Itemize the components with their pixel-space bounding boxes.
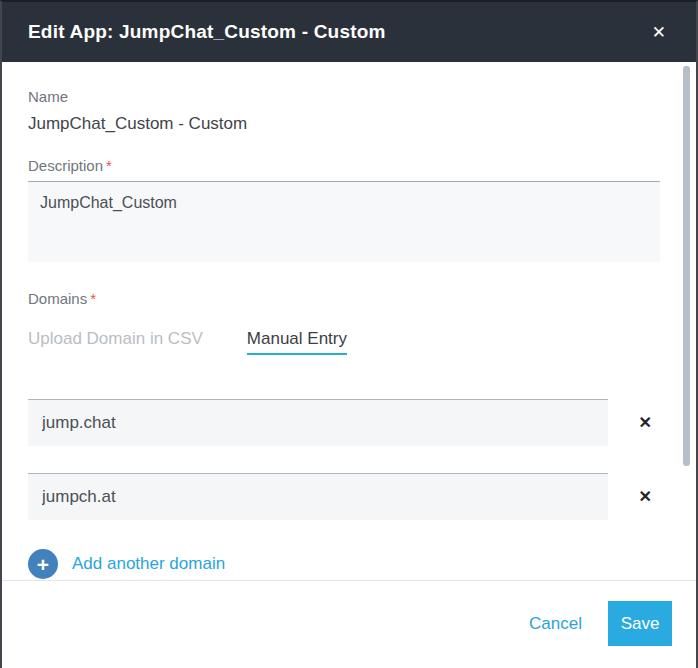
domain-input-1[interactable] [28,399,608,446]
domains-tabs: Upload Domain in CSV Manual Entry [28,329,660,355]
save-button[interactable]: Save [608,601,672,646]
remove-domain-icon[interactable]: ✕ [637,487,654,507]
description-field-group: Description* JumpChat_Custom [28,157,660,262]
edit-app-modal: Edit App: JumpChat_Custom - Custom ✕ Nam… [0,0,698,668]
plus-icon: + [28,549,58,579]
scrollbar[interactable] [683,66,690,466]
modal-body: Name JumpChat_Custom - Custom Descriptio… [2,62,696,579]
description-label: Description [28,157,103,174]
name-label: Name [28,88,660,105]
add-another-domain-button[interactable]: + Add another domain [28,549,660,579]
domain-input-2[interactable] [28,473,608,520]
required-asterisk: * [106,157,112,174]
description-input[interactable]: JumpChat_Custom [28,181,660,262]
tab-upload-domain-csv[interactable]: Upload Domain in CSV [28,329,203,355]
description-label-row: Description* [28,157,660,175]
cancel-button[interactable]: Cancel [529,614,582,634]
domain-row: ✕ [28,473,660,520]
required-asterisk: * [90,290,96,307]
domains-label-row: Domains* [28,290,660,308]
name-value: JumpChat_Custom - Custom [28,114,660,134]
modal-header: Edit App: JumpChat_Custom - Custom ✕ [2,2,696,62]
domains-field-group: Domains* Upload Domain in CSV Manual Ent… [28,290,660,579]
domains-label: Domains [28,290,87,307]
add-another-domain-label: Add another domain [72,554,225,574]
modal-footer: Cancel Save [2,581,696,666]
close-icon[interactable]: ✕ [648,22,670,43]
domain-row: ✕ [28,399,660,446]
remove-domain-icon[interactable]: ✕ [637,413,654,433]
tab-manual-entry[interactable]: Manual Entry [247,329,347,355]
modal-title: Edit App: JumpChat_Custom - Custom [28,21,386,43]
name-field-group: Name JumpChat_Custom - Custom [28,88,660,134]
